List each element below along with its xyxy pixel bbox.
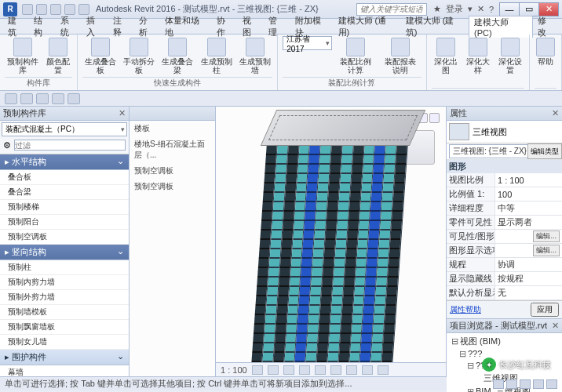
close-icon[interactable]: ✕ bbox=[552, 321, 559, 331]
edit-type-button[interactable]: 编辑类型 bbox=[527, 143, 562, 159]
prop-value[interactable]: 编辑... bbox=[495, 244, 562, 257]
tree-item[interactable]: 叠合板 bbox=[0, 170, 129, 185]
tree-category[interactable]: ▸ 竖向结构⌄ bbox=[0, 245, 129, 260]
prop-value[interactable]: 1 : 100 bbox=[495, 173, 562, 187]
property-row: 详细程度中等 bbox=[447, 201, 562, 216]
ribbon-button[interactable]: 颜色配置 bbox=[43, 36, 72, 76]
edit-button[interactable]: 编辑... bbox=[533, 245, 560, 256]
signin-link[interactable]: 登录 bbox=[446, 3, 463, 15]
tree-item[interactable]: 预制女儿墙 bbox=[0, 335, 129, 350]
detail-level-icon[interactable] bbox=[252, 365, 263, 375]
subscription-icon[interactable]: ★ bbox=[433, 4, 441, 14]
prop-value[interactable]: 中等 bbox=[495, 201, 562, 215]
hide-icon[interactable] bbox=[362, 365, 373, 375]
detail-item[interactable]: 预制空调板 bbox=[130, 179, 215, 194]
shadows-icon[interactable] bbox=[299, 365, 310, 375]
library-type-combo[interactable]: 装配式混凝土（PC） bbox=[2, 122, 127, 136]
opt-icon[interactable] bbox=[5, 93, 17, 104]
component-tree[interactable]: ▸ 水平结构⌄叠合板叠合梁预制楼梯预制阳台预制空调板▸ 竖向结构⌄预制柱预制内剪… bbox=[0, 154, 129, 376]
3d-view[interactable] bbox=[216, 107, 446, 362]
lock-icon[interactable] bbox=[346, 365, 357, 375]
panel-header[interactable]: 项目浏览器 - 测试模型.rvt✕ bbox=[447, 319, 562, 333]
qat-undo-icon[interactable] bbox=[50, 4, 61, 15]
browser-node[interactable]: ⊟视图 (BIM) bbox=[448, 335, 560, 348]
type-selector[interactable]: 三维视图 bbox=[447, 121, 562, 143]
detail-item[interactable]: 预制空调板 bbox=[130, 163, 215, 179]
tray-icon[interactable] bbox=[520, 379, 531, 389]
close-icon[interactable]: ✕ bbox=[119, 108, 126, 118]
ribbon-button[interactable]: 生成预制墙 bbox=[237, 36, 272, 76]
ribbon-button[interactable]: 手动拆分板 bbox=[122, 36, 157, 76]
nav-icon[interactable] bbox=[429, 113, 440, 123]
property-row: 显示隐藏线按规程 bbox=[447, 272, 562, 286]
tree-item[interactable]: 幕墙 bbox=[0, 365, 129, 376]
minimize-button[interactable]: — bbox=[499, 2, 520, 16]
tree-item[interactable]: 预制空调板 bbox=[0, 230, 129, 245]
prop-value[interactable]: 按规程 bbox=[495, 272, 562, 285]
tree-item[interactable]: 预制阳台 bbox=[0, 215, 129, 230]
qat-print-icon[interactable] bbox=[78, 4, 89, 15]
tree-item[interactable]: 预制内剪力墙 bbox=[0, 275, 129, 290]
prop-value[interactable]: 编辑... bbox=[495, 230, 562, 243]
help-icon[interactable]: ? bbox=[489, 5, 494, 14]
close-icon[interactable]: ✕ bbox=[552, 108, 559, 118]
property-row: 视图比例1 : 100 bbox=[447, 173, 562, 187]
detail-item[interactable]: 楼板 bbox=[130, 121, 215, 136]
tree-category[interactable]: ▸ 水平结构⌄ bbox=[0, 154, 129, 170]
tray-icon[interactable] bbox=[493, 379, 504, 389]
opt-icon[interactable] bbox=[20, 93, 33, 104]
filter-input[interactable] bbox=[14, 140, 126, 151]
ribbon-button[interactable]: 深化出图 bbox=[432, 36, 461, 76]
ribbon-button[interactable]: 装配报表说明 bbox=[380, 36, 422, 76]
visual-style-icon[interactable] bbox=[268, 365, 279, 375]
tray-icon[interactable] bbox=[546, 379, 557, 389]
ribbon-button[interactable]: 生成叠合板 bbox=[82, 36, 118, 76]
sun-path-icon[interactable] bbox=[283, 365, 294, 375]
tree-item[interactable]: 预制外剪力墙 bbox=[0, 290, 129, 305]
opt-icon[interactable] bbox=[68, 93, 80, 104]
properties-help-link[interactable]: 属性帮助 bbox=[450, 304, 481, 315]
instance-combo[interactable]: 三维视图: {三维 - ZX} bbox=[449, 144, 527, 158]
panel-header[interactable]: 预制构件库✕ bbox=[0, 107, 129, 121]
filter-icon[interactable]: ⚙ bbox=[3, 140, 11, 151]
prop-key: 可见性/图形替换 bbox=[447, 230, 495, 243]
province-combo[interactable]: 江苏省2017 bbox=[283, 36, 332, 50]
qat-save-icon[interactable] bbox=[36, 4, 47, 15]
exchange-icon[interactable]: ✕ bbox=[477, 4, 484, 14]
opt-icon[interactable] bbox=[52, 93, 64, 104]
tray-icon[interactable] bbox=[506, 379, 517, 389]
ribbon-button[interactable]: 装配比例计算 bbox=[335, 36, 377, 76]
tree-item[interactable]: 预制墙模板 bbox=[0, 305, 129, 320]
crop-icon[interactable] bbox=[315, 365, 326, 375]
reveal-icon[interactable] bbox=[378, 365, 389, 375]
scale-label[interactable]: 1 : 100 bbox=[221, 365, 247, 375]
prop-value[interactable]: 无 bbox=[495, 286, 562, 299]
tray-icon[interactable] bbox=[533, 379, 544, 389]
tree-item[interactable]: 预制飘窗墙板 bbox=[0, 320, 129, 335]
building-model[interactable] bbox=[261, 110, 402, 361]
tree-category[interactable]: ▸ 围护构件⌄ bbox=[0, 350, 129, 365]
ribbon-button[interactable]: 预制构件库 bbox=[5, 36, 40, 76]
ribbon-button[interactable]: 深化设置 bbox=[495, 36, 524, 76]
tree-item[interactable]: 叠合梁 bbox=[0, 185, 129, 200]
help-search-input[interactable] bbox=[356, 3, 427, 16]
prop-value[interactable]: 显示两者 bbox=[495, 216, 562, 229]
ribbon-button[interactable]: 深化大样 bbox=[463, 36, 492, 76]
crop-region-icon[interactable] bbox=[330, 365, 341, 375]
detail-item[interactable]: 楼地S-细石混凝土面层（... bbox=[130, 136, 215, 163]
prop-category: 图形 bbox=[447, 160, 562, 173]
qat-open-icon[interactable] bbox=[22, 4, 33, 15]
panel-header[interactable]: 属性✕ bbox=[447, 107, 562, 121]
tree-item[interactable]: 预制柱 bbox=[0, 260, 129, 275]
apply-button[interactable]: 应用 bbox=[531, 303, 559, 317]
qat-redo-icon[interactable] bbox=[64, 4, 75, 15]
signin-dropdown-icon[interactable]: ▾ bbox=[468, 4, 473, 14]
ribbon-button[interactable]: 生成预制柱 bbox=[199, 36, 234, 76]
opt-icon[interactable] bbox=[36, 93, 49, 104]
tree-item[interactable]: 预制楼梯 bbox=[0, 200, 129, 215]
ribbon-button[interactable]: 帮助 bbox=[535, 36, 557, 67]
prop-value[interactable]: 协调 bbox=[495, 258, 562, 271]
edit-button[interactable]: 编辑... bbox=[533, 230, 560, 242]
prop-value[interactable]: 100 bbox=[495, 187, 562, 201]
ribbon-button[interactable]: 生成叠合梁 bbox=[160, 36, 195, 76]
